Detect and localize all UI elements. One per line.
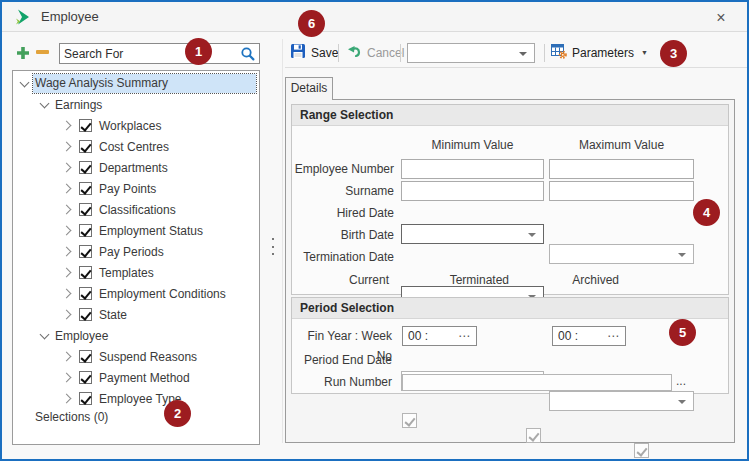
tree-item-state[interactable]: State	[13, 304, 259, 325]
chevron-right-icon[interactable]	[62, 163, 72, 173]
checkbox-checked-icon[interactable]	[79, 224, 92, 237]
current-checkbox-checked-icon[interactable]	[402, 413, 417, 428]
checkbox-checked-icon[interactable]	[79, 140, 92, 153]
search-input[interactable]	[60, 45, 240, 62]
tree-item-departments[interactable]: Departments	[13, 157, 259, 178]
annotation-badge-6: 6	[298, 10, 325, 37]
surname-max-input[interactable]	[549, 181, 694, 201]
run-number-browse-icon[interactable]: ...	[676, 374, 686, 388]
save-button[interactable]: Save	[290, 43, 338, 62]
splitter-grip[interactable]	[271, 238, 274, 255]
checkbox-checked-icon[interactable]	[79, 371, 92, 384]
range-selection-title: Range Selection	[292, 105, 728, 126]
checkbox-checked-icon[interactable]	[79, 161, 92, 174]
chevron-right-icon[interactable]	[62, 268, 72, 278]
tree-item-pay-periods[interactable]: Pay Periods	[13, 241, 259, 262]
checkbox-checked-icon[interactable]	[79, 266, 92, 279]
surname-min-input[interactable]	[401, 181, 544, 201]
chevron-down-icon[interactable]	[40, 329, 50, 339]
toolbar-separator	[338, 44, 339, 62]
chevron-right-icon[interactable]	[62, 289, 72, 299]
employee-number-min-input[interactable]	[401, 159, 544, 179]
checkbox-checked-icon[interactable]	[79, 119, 92, 132]
annotation-badge-3: 3	[660, 40, 687, 67]
checkbox-checked-icon[interactable]	[79, 287, 92, 300]
tab-details[interactable]: Details	[285, 77, 333, 100]
tree-item-employee[interactable]: Employee	[13, 325, 259, 346]
period-selection-title: Period Selection	[292, 298, 728, 319]
tree-item-label: Wage Analysis Summary	[35, 76, 168, 90]
checkbox-checked-icon[interactable]	[79, 245, 92, 258]
toolbar-combobox[interactable]	[407, 43, 535, 63]
fin-year-min-field[interactable]: 00 : ⋯	[402, 326, 477, 346]
chevron-right-icon[interactable]	[62, 226, 72, 236]
chevron-down-icon[interactable]	[40, 98, 50, 108]
tree-item-suspend-reasons[interactable]: Suspend Reasons	[13, 346, 259, 367]
cancel-button[interactable]: Cancel	[346, 43, 404, 62]
add-icon[interactable]	[15, 45, 31, 64]
tree-item-workplaces[interactable]: Workplaces	[13, 115, 259, 136]
hired-date-max-dropdown[interactable]	[549, 244, 694, 264]
undo-icon	[346, 43, 362, 62]
fin-year-min-value: 00 :	[408, 329, 428, 343]
parameters-button[interactable]: Parameters ▼	[551, 43, 648, 62]
tree-item-classifications[interactable]: Classifications	[13, 199, 259, 220]
title-bar: Employee	[2, 2, 747, 32]
run-number-input[interactable]	[402, 374, 672, 391]
checkbox-checked-icon[interactable]	[79, 392, 92, 405]
minimum-value-header: Minimum Value	[401, 138, 544, 152]
tree-item-label: Employment Status	[99, 224, 203, 238]
tree-item-templates[interactable]: Templates	[13, 262, 259, 283]
remove-icon[interactable]	[36, 50, 49, 54]
close-icon[interactable]: ×	[711, 8, 731, 28]
app-logo-icon	[14, 9, 32, 25]
chevron-right-icon[interactable]	[62, 247, 72, 257]
chevron-right-icon[interactable]	[62, 352, 72, 362]
selection-tree: Wage Analysis Summary Earnings Workplace…	[12, 70, 260, 445]
tree-item-label: Employment Conditions	[99, 287, 226, 301]
search-box	[59, 43, 260, 64]
search-icon[interactable]	[240, 46, 256, 62]
hired-date-label: Hired Date	[292, 203, 394, 223]
checkbox-checked-icon[interactable]	[79, 308, 92, 321]
chevron-right-icon[interactable]	[62, 394, 72, 404]
tree-item-label: Templates	[99, 266, 154, 280]
chevron-right-icon[interactable]	[62, 142, 72, 152]
employee-number-max-input[interactable]	[549, 159, 694, 179]
maximum-value-header: Maximum Value	[549, 138, 694, 152]
chevron-right-icon[interactable]	[62, 310, 72, 320]
cancel-button-label: Cancel	[367, 46, 404, 60]
chevron-right-icon[interactable]	[62, 205, 72, 215]
checkbox-checked-icon[interactable]	[79, 182, 92, 195]
archived-checkbox-checked-icon[interactable]	[634, 443, 649, 458]
tree-item-payment-method[interactable]: Payment Method	[13, 367, 259, 388]
checkbox-checked-icon[interactable]	[79, 350, 92, 363]
selections-count-label: Selections (0)	[35, 410, 108, 424]
chevron-down-icon[interactable]	[20, 77, 30, 87]
archived-label: Archived	[569, 272, 619, 288]
dropdown-caret-icon: ▼	[641, 49, 648, 56]
annotation-badge-2: 2	[164, 400, 191, 427]
tree-item-earnings[interactable]: Earnings	[13, 94, 259, 115]
period-selection-group: Period Selection Fin Year : Week No 00 :…	[291, 297, 729, 394]
tree-item-cost-centres[interactable]: Cost Centres	[13, 136, 259, 157]
chevron-right-icon[interactable]	[62, 373, 72, 383]
browse-ellipsis-icon[interactable]: ⋯	[607, 329, 620, 343]
browse-ellipsis-icon[interactable]: ⋯	[458, 329, 471, 343]
tree-item-wage-analysis-summary[interactable]: Wage Analysis Summary	[13, 73, 259, 94]
run-number-label: Run Number	[292, 374, 392, 391]
period-end-date-label: Period End Date	[292, 350, 392, 370]
terminated-checkbox-checked-icon[interactable]	[526, 428, 541, 443]
period-end-date-max-dropdown[interactable]	[549, 391, 694, 411]
toolbar-separator	[544, 44, 545, 62]
details-tab-page: Range Selection Minimum Value Maximum Va…	[285, 99, 735, 443]
chevron-right-icon[interactable]	[62, 121, 72, 131]
hired-date-min-dropdown[interactable]	[401, 224, 544, 244]
tree-item-employment-status[interactable]: Employment Status	[13, 220, 259, 241]
tree-item-employee-type[interactable]: Employee Type	[13, 388, 259, 409]
fin-year-max-field[interactable]: 00 : ⋯	[552, 326, 626, 346]
checkbox-checked-icon[interactable]	[79, 203, 92, 216]
chevron-right-icon[interactable]	[62, 184, 72, 194]
tree-item-employment-conditions[interactable]: Employment Conditions	[13, 283, 259, 304]
tree-item-pay-points[interactable]: Pay Points	[13, 178, 259, 199]
